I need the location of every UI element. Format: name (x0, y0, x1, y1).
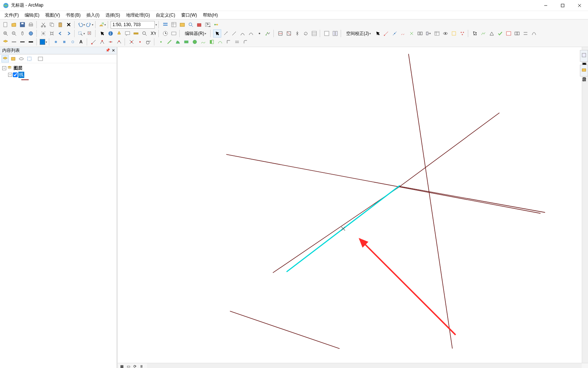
zoom-in-button[interactable] (1, 29, 10, 37)
point-button[interactable] (255, 29, 263, 37)
identify-button[interactable]: i (107, 29, 115, 37)
toc-close-icon[interactable]: ✕ (112, 48, 115, 53)
catalog-window-button[interactable] (178, 21, 186, 29)
full-extent-button[interactable] (27, 29, 35, 37)
construct-circle-button[interactable] (191, 38, 199, 46)
line-width-thin-button[interactable] (10, 38, 18, 46)
construct-point-button[interactable] (157, 38, 165, 46)
menu-geoprocessing[interactable]: 地理处理(G) (123, 11, 153, 19)
toc-list-by-source[interactable] (10, 55, 17, 62)
edit-annotation-button[interactable] (222, 29, 230, 37)
attributes-button[interactable] (310, 29, 318, 37)
reshape-button[interactable] (276, 29, 284, 37)
select-features-button[interactable]: ▾ (77, 29, 85, 37)
menu-bookmarks[interactable]: 书签(B) (63, 11, 83, 19)
construct-poly-button[interactable] (174, 38, 182, 46)
topology-select-button[interactable] (471, 29, 479, 37)
split-button[interactable] (293, 29, 301, 37)
scale-dropdown-arrow[interactable]: ▾ (155, 23, 157, 26)
trace-button[interactable] (247, 29, 255, 37)
topology-edit-button[interactable] (479, 29, 487, 37)
shared-edge-button[interactable] (513, 29, 521, 37)
error-inspector-button[interactable] (505, 29, 513, 37)
data-view-button[interactable]: ▦ (119, 364, 124, 368)
arc-toolbox-button[interactable] (195, 21, 203, 29)
window-minimize-button[interactable] (537, 0, 554, 11)
view-link-table-button[interactable] (433, 29, 441, 37)
toc-layer-toggle[interactable]: − (8, 73, 12, 77)
pan-button[interactable] (18, 29, 26, 37)
layout-view-button[interactable]: ▭ (126, 364, 131, 368)
snap-midpoint-button[interactable] (107, 38, 115, 46)
create-features-button[interactable] (331, 29, 339, 37)
validate-topology-button[interactable] (488, 29, 496, 37)
spatial-adjustment-menu[interactable]: 空间校正(J)▾ (344, 29, 373, 37)
select-adj-button[interactable] (374, 29, 382, 37)
limited-adj-button[interactable] (450, 29, 458, 37)
trace-construct-button[interactable] (216, 38, 224, 46)
map-vertical-scrollbar[interactable] (582, 47, 588, 363)
next-extent-button[interactable] (65, 29, 73, 37)
side-tab-catalog[interactable]: 目录 (580, 65, 588, 76)
menu-selection[interactable]: 选择(S) (103, 11, 123, 19)
print-button[interactable] (27, 21, 35, 29)
multi-displacement-button[interactable] (399, 29, 407, 37)
editor-menu[interactable]: 编辑器(R)▾ (182, 29, 209, 37)
window-maximize-button[interactable] (554, 0, 571, 11)
attr-transfer-button[interactable] (424, 29, 433, 37)
straight-segment-button[interactable] (230, 29, 238, 37)
delete-button[interactable] (65, 21, 73, 29)
line-width-med-button[interactable] (18, 38, 26, 46)
zoom-out-button[interactable] (10, 29, 18, 37)
new-doc-button[interactable] (1, 21, 10, 29)
marker-tool-3[interactable] (69, 38, 77, 46)
rotate-button[interactable] (302, 29, 310, 37)
paste-button[interactable] (56, 21, 64, 29)
python-window-button[interactable]: >_ (204, 21, 212, 29)
layer-combo-icon[interactable] (1, 38, 10, 46)
toc-list-by-drawing-order[interactable] (1, 55, 9, 62)
line-width-thick-button[interactable] (27, 38, 35, 46)
construct-rect-button[interactable] (182, 38, 190, 46)
clear-selection-button[interactable] (86, 29, 94, 37)
marker-tool-1[interactable] (52, 38, 60, 46)
menu-customize[interactable]: 自定义(C) (153, 11, 178, 19)
map-view[interactable]: ▦ ▭ ⟳ ⏸ (118, 47, 588, 368)
modify-link-button[interactable] (391, 29, 399, 37)
auto-complete-poly-button[interactable] (208, 38, 216, 46)
go-to-xy-button[interactable]: XY (149, 29, 157, 37)
edit-vertices-button[interactable] (264, 29, 272, 37)
toc-layer-row[interactable]: − 线 (2, 71, 114, 78)
save-button[interactable] (18, 21, 26, 29)
arc-segment-button[interactable] (239, 29, 247, 37)
hyperlink-button[interactable] (115, 29, 123, 37)
refresh-view-button[interactable]: ⟳ (132, 364, 137, 368)
map-scale-combo[interactable] (111, 21, 155, 29)
snap-vertex-button[interactable] (98, 38, 106, 46)
search-window-button[interactable] (187, 21, 195, 29)
cut-button[interactable] (39, 21, 47, 29)
new-displacement-link-button[interactable] (382, 29, 390, 37)
find-button[interactable] (140, 29, 148, 37)
edit-tool-button[interactable] (213, 29, 221, 37)
fixed-zoom-in-button[interactable] (39, 29, 47, 37)
time-slider-button[interactable] (161, 29, 169, 37)
pause-drawing-button[interactable]: ⏸ (139, 364, 144, 368)
menu-edit[interactable]: 编辑(E) (22, 11, 42, 19)
edge-match-button[interactable] (416, 29, 424, 37)
align-edge-button[interactable] (521, 29, 530, 37)
generalize-edge-button[interactable] (530, 29, 538, 37)
marker-tool-2[interactable] (60, 38, 68, 46)
toc-layer-label[interactable]: 线 (18, 72, 24, 78)
redo-button[interactable]: ▾ (86, 21, 94, 29)
snap-tangent-button[interactable] (144, 38, 153, 46)
add-data-button[interactable]: ▾ (98, 21, 106, 29)
toc-pin-icon[interactable]: 📌 (105, 48, 110, 52)
fill-color-button[interactable]: ▾ (39, 38, 47, 46)
measure-button[interactable] (132, 29, 140, 37)
control-points-button[interactable] (458, 29, 466, 37)
map-canvas[interactable] (118, 47, 588, 368)
construct-line-button[interactable] (165, 38, 173, 46)
map-horizontal-scrollbar[interactable] (147, 363, 582, 368)
snap-edge-button[interactable] (115, 38, 123, 46)
